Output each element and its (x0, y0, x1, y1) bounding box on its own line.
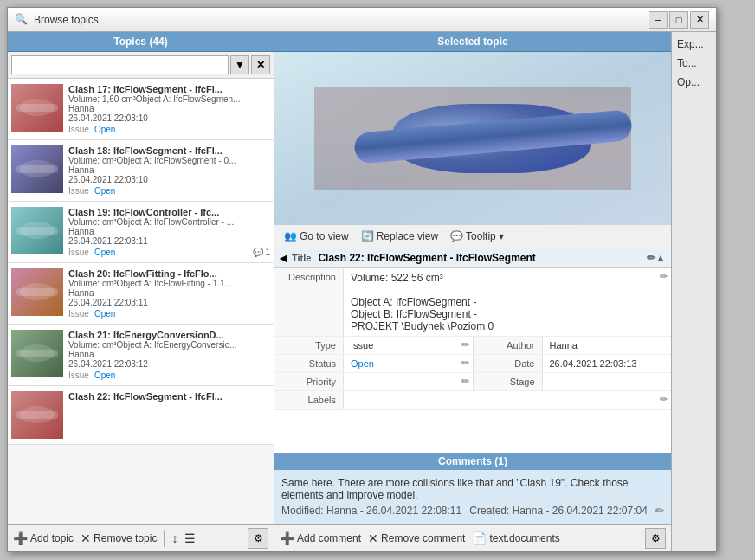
author-label: Author (474, 337, 543, 354)
topic-author-clash18: Hanna (68, 165, 270, 175)
right-sidebar: Exp... To... Op... (671, 32, 716, 551)
remove-comment-label: Remove comment (381, 532, 465, 544)
desc-line4: Object B: IfcFlowSegment - (351, 308, 664, 320)
tooltip-label: Tooltip (466, 230, 496, 242)
topic-info-clash22_partial: Clash 22: IfcFlowSegment - IfcFl... (68, 391, 270, 439)
remove-topic-button[interactable]: ✕ Remove topic (81, 531, 157, 545)
settings-button[interactable]: ⚙ (248, 528, 268, 549)
topic-thumbnail-clash22_partial (11, 391, 63, 439)
window-title: Browse topics (34, 14, 649, 26)
comment-created: Created: Hanna - 26.04.2021 22:07:04 (469, 505, 648, 517)
desc-line3: Object A: IfcFlowSegment - (351, 296, 664, 308)
topic-item-clash19[interactable]: Clash 19: IfcFlowController - Ifc... Vol… (8, 202, 274, 263)
topic-item-clash22_partial[interactable]: Clash 22: IfcFlowSegment - IfcFl... (8, 386, 274, 445)
topic-thumbnail-clash20 (11, 268, 63, 316)
status-type-clash19: Issue (68, 248, 89, 257)
topic-item-clash20[interactable]: Clash 20: IfcFlowFitting - IfcFlo... Vol… (8, 263, 274, 325)
tooltip-button[interactable]: 💬 Tooltip ▾ (446, 228, 508, 245)
topic-title-clash20: Clash 20: IfcFlowFitting - IfcFlo... (68, 268, 270, 279)
topic-thumbnail-clash19 (11, 207, 63, 254)
sidebar-item-explorer[interactable]: Exp... (674, 35, 714, 53)
author-field: Author Hanna (473, 337, 672, 354)
gear-icon: ⚙ (254, 532, 263, 544)
list-view-button[interactable]: ☰ (184, 531, 196, 545)
close-button[interactable]: ✕ (690, 11, 709, 29)
status-edit-icon[interactable]: ✏ (461, 357, 469, 369)
topic-status-clash19: Issue Open 💬 1 (68, 248, 270, 257)
sidebar-item-toolbar[interactable]: To... (674, 55, 714, 72)
search-input[interactable] (11, 55, 229, 74)
sort-button[interactable]: ↕ (171, 531, 177, 545)
date-value: 26.04.2021 22:03:13 (543, 355, 672, 372)
go-to-view-button[interactable]: 👥 Go to view (280, 228, 353, 245)
topic-title-clash18: Clash 18: IfcFlowSegment - IfcFl... (68, 145, 270, 156)
right-panel: Selected topic 👥 Go to view 🔄 (274, 32, 671, 551)
add-topic-button[interactable]: ➕ Add topic (13, 531, 74, 545)
add-comment-icon: ➕ (280, 531, 294, 545)
topic-status-clash21: Issue Open (68, 370, 270, 380)
add-icon: ➕ (13, 531, 28, 545)
topic-title-clash21: Clash 21: IfcEnergyConversionD... (68, 330, 270, 340)
sidebar-item-options[interactable]: Op... (674, 74, 714, 91)
priority-label: Priority (274, 373, 344, 390)
comment-modified: Modified: Hanna - 26.04.2021 22:08:11 (281, 505, 461, 517)
replace-icon: 🔄 (361, 230, 374, 242)
topic-date-clash19: 26.04.2021 22:03:11 (68, 236, 270, 246)
priority-edit-icon[interactable]: ✏ (461, 376, 469, 387)
status-value: Open ✏ (344, 355, 473, 372)
status-field: Status Open ✏ (274, 355, 473, 372)
topic-date-clash20: 26.04.2021 22:03:11 (68, 298, 270, 307)
text-documents-button[interactable]: 📄 text.documents (472, 531, 559, 545)
topic-author-clash20: Hanna (68, 288, 270, 298)
svg-rect-9 (16, 350, 58, 357)
description-edit-icon[interactable]: ✏ (660, 271, 668, 282)
topics-list: Clash 17: IfcFlowSegment - IfcFl... Volu… (8, 79, 274, 524)
add-comment-button[interactable]: ➕ Add comment (280, 531, 361, 545)
topic-info-clash18: Clash 18: IfcFlowSegment - IfcFl... Volu… (68, 145, 270, 196)
minimize-button[interactable]: ─ (649, 11, 668, 29)
topic-thumbnail-clash21 (11, 330, 63, 377)
priority-field: Priority ✏ (274, 373, 473, 390)
replace-view-button[interactable]: 🔄 Replace view (357, 228, 442, 245)
topic-item-clash17[interactable]: Clash 17: IfcFlowSegment - IfcFl... Volu… (8, 79, 274, 140)
remove-comment-button[interactable]: ✕ Remove comment (368, 531, 465, 545)
scroll-up-button[interactable]: ▲ (655, 252, 666, 264)
selected-topic-header: Selected topic (274, 32, 671, 52)
right-settings-button[interactable]: ⚙ (645, 528, 666, 549)
add-topic-label: Add topic (30, 532, 74, 544)
topic-item-clash18[interactable]: Clash 18: IfcFlowSegment - IfcFl... Volu… (8, 140, 274, 202)
filter-button[interactable]: ▼ (230, 55, 249, 74)
labels-edit-icon[interactable]: ✏ (660, 394, 668, 405)
topic-date-clash17: 26.04.2021 22:03:10 (68, 113, 270, 123)
titlebar-buttons: ─ □ ✕ (649, 11, 709, 29)
topic-info-clash21: Clash 21: IfcEnergyConversionD... Volume… (68, 330, 270, 380)
remove-comment-icon: ✕ (368, 531, 378, 545)
topic-item-clash21[interactable]: Clash 21: IfcEnergyConversionD... Volume… (8, 325, 274, 386)
status-label: Status (274, 355, 344, 372)
svg-rect-1 (16, 104, 58, 112)
svg-rect-7 (16, 288, 58, 296)
stage-label: Stage (474, 373, 543, 390)
desc-line1: Volume: 522,56 cm³ (351, 272, 664, 284)
topic-date-clash21: 26.04.2021 22:03:12 (68, 359, 270, 369)
topic-thumbnail-clash18 (11, 145, 63, 193)
right-bottom-bar: ➕ Add comment ✕ Remove comment 📄 text.do… (274, 524, 671, 551)
priority-value: ✏ (344, 373, 473, 390)
comment-body: Same here. There are more collisions lik… (274, 470, 671, 524)
description-label: Description (274, 268, 344, 336)
title-edit-icon[interactable]: ✏ (647, 252, 655, 264)
comment-edit-icon[interactable]: ✏ (655, 505, 664, 517)
scene (274, 52, 671, 225)
tooltip-dropdown-icon: ▾ (499, 230, 504, 242)
window-icon: 🔍 (15, 13, 29, 27)
type-field: Type Issue ✏ (274, 337, 473, 354)
goto-icon: 👥 (284, 230, 297, 242)
maximize-button[interactable]: □ (669, 11, 688, 29)
add-comment-label: Add comment (297, 532, 361, 544)
type-edit-icon[interactable]: ✏ (461, 339, 469, 351)
view-toolbar: 👥 Go to view 🔄 Replace view 💬 Tooltip ▾ (274, 225, 671, 248)
clear-search-button[interactable]: ✕ (251, 55, 270, 74)
topic-title-clash22_partial: Clash 22: IfcFlowSegment - IfcFl... (68, 391, 270, 402)
collapse-button[interactable]: ◀ (280, 253, 287, 264)
detail-body: Description Volume: 522,56 cm³ Object A:… (274, 268, 671, 453)
